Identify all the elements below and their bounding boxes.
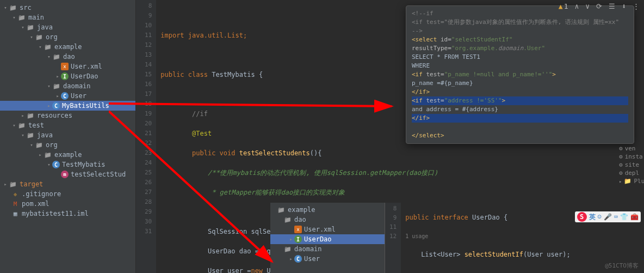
download-icon[interactable]: ⬇ xyxy=(622,2,626,10)
watermark: @51CTO博客 xyxy=(605,262,639,270)
tree-java[interactable]: ▾java xyxy=(0,22,135,32)
folder-icon xyxy=(52,82,61,90)
chevron-down-icon[interactable]: ▾ xyxy=(2,5,9,10)
mt-dao[interactable]: dao xyxy=(270,215,385,225)
tree-test[interactable]: ▾test xyxy=(0,120,135,130)
folder-icon xyxy=(35,141,44,149)
folder-icon xyxy=(9,180,17,188)
folder-icon xyxy=(26,131,35,139)
chevron-down-icon[interactable]: ▾ xyxy=(20,25,26,30)
chevron-right-icon[interactable]: ▸ xyxy=(288,236,294,242)
chevron-right-icon[interactable]: ▸ xyxy=(2,181,9,187)
ime-lang[interactable]: 英 xyxy=(589,213,596,222)
ime-emoji-icon[interactable]: ☺ xyxy=(598,213,602,221)
project-tree[interactable]: ▾src ▾main ▾java ▾org ▾example ▾dao xUse… xyxy=(0,0,136,273)
folder-icon xyxy=(26,23,35,31)
chevron-down-icon[interactable]: ▾ xyxy=(11,123,17,128)
tree-example2[interactable]: ▸example xyxy=(0,150,135,160)
mt-user[interactable]: ▸CUser xyxy=(270,254,385,264)
maven-panel-edge[interactable]: ⚙ven ⚙insta ⚙site ⚙depl ▸📁Plugins xyxy=(617,144,644,185)
folder-icon xyxy=(52,53,61,60)
ime-keyboard-icon[interactable]: ⌨ xyxy=(614,213,618,221)
gear-icon: ⚙ xyxy=(619,145,623,152)
tree-iml[interactable]: ▦mybatistest11.iml xyxy=(0,209,135,219)
mt-daomain[interactable]: daomain xyxy=(270,244,385,254)
tree-user[interactable]: ▸CUser xyxy=(0,91,135,101)
interface-icon: I xyxy=(61,72,69,80)
ime-toolbar[interactable]: S 英 ☺ 🎤 ⌨ 👕 🧰 xyxy=(575,211,641,222)
folder-icon xyxy=(26,112,35,119)
chevron-down-icon[interactable]: ▾ xyxy=(46,83,52,89)
chevron-down-icon[interactable]: ▾ xyxy=(46,54,52,59)
chevron-right-icon[interactable]: ▸ xyxy=(37,152,44,157)
tree-userxml[interactable]: xUser.xml xyxy=(0,62,135,71)
chevron-down-icon[interactable]: ▾ xyxy=(20,132,26,138)
tree-testselect[interactable]: mtestSelectStud xyxy=(0,169,135,179)
gitignore-icon xyxy=(11,190,20,198)
chevron-right-icon[interactable]: ▸ xyxy=(20,113,26,118)
tree-testmybatis[interactable]: ▾CTestMybatis xyxy=(0,160,135,169)
folder-icon xyxy=(283,245,292,253)
refresh-icon[interactable]: ⟳ xyxy=(596,2,602,10)
tree-dao[interactable]: ▾dao xyxy=(0,52,135,62)
tree-gitignore[interactable]: .gitignore xyxy=(0,189,135,199)
maven-icon: M xyxy=(11,200,20,208)
ime-skin-icon[interactable]: 👕 xyxy=(620,213,628,221)
mt-userxml[interactable]: xUser.xml xyxy=(270,225,385,234)
tree-org2[interactable]: ▾org xyxy=(0,140,135,150)
nav-icon[interactable]: ☰ xyxy=(609,2,615,10)
class-icon: C xyxy=(61,92,69,100)
tree-target[interactable]: ▸target xyxy=(0,179,135,189)
iml-icon: ▦ xyxy=(11,210,20,217)
mt-userdao[interactable]: ▸IUserDao xyxy=(270,234,385,244)
tree-mybatisutils[interactable]: ▸CMyBatisUtils xyxy=(0,101,135,111)
folder-icon xyxy=(9,4,17,11)
class-icon: C xyxy=(52,161,60,168)
tree-java2[interactable]: ▾java xyxy=(0,130,135,140)
class-icon: C xyxy=(52,102,60,110)
xml-quickview-popup[interactable]: <!--if <if test="使用参数java对象的属性值作为判断条件, 语… xyxy=(406,5,634,144)
nav-down-icon[interactable]: ∨ xyxy=(585,2,590,10)
tree-org[interactable]: ▾org xyxy=(0,32,135,42)
chevron-right-icon[interactable]: ▸ xyxy=(54,93,61,99)
mt-example[interactable]: example xyxy=(270,205,385,215)
tree-pom[interactable]: Mpom.xml xyxy=(0,199,135,209)
chevron-down-icon[interactable]: ▾ xyxy=(11,15,17,20)
tree-example[interactable]: ▾example xyxy=(0,42,135,52)
chevron-right-icon[interactable]: ▸ xyxy=(54,74,61,79)
ime-toolbox-icon[interactable]: 🧰 xyxy=(630,213,639,221)
folder-icon xyxy=(283,216,292,223)
chevron-right-icon[interactable]: ▸ xyxy=(288,256,294,262)
gear-icon: ⚙ xyxy=(619,161,623,168)
chevron-down-icon[interactable]: ▾ xyxy=(28,34,35,40)
folder-icon xyxy=(277,206,286,214)
tree-src[interactable]: ▾src xyxy=(0,3,135,13)
xml-file-icon: x xyxy=(294,226,302,233)
ime-logo-icon: S xyxy=(577,212,587,222)
class-icon: C xyxy=(294,255,302,263)
mini-code[interactable]: public interface UserDao { 1 usage List<… xyxy=(401,203,574,273)
nav-up-icon[interactable]: ∧ xyxy=(575,2,579,10)
method-icon: m xyxy=(61,171,69,178)
mini-gutter: 891112 xyxy=(385,203,401,273)
ime-mic-icon[interactable]: 🎤 xyxy=(604,213,612,221)
tree-resources[interactable]: ▸resources xyxy=(0,111,135,120)
chevron-down-icon[interactable]: ▾ xyxy=(46,162,52,167)
tree-main[interactable]: ▾main xyxy=(0,13,135,22)
tree-userdao[interactable]: ▸IUserDao xyxy=(0,71,135,81)
xml-file-icon: x xyxy=(61,63,69,70)
tree-daomain[interactable]: ▾daomain xyxy=(0,81,135,91)
folder-icon xyxy=(44,43,52,51)
folder-icon: 📁 xyxy=(624,178,631,185)
chevron-down-icon[interactable]: ▾ xyxy=(37,44,44,50)
chevron-down-icon[interactable]: ▾ xyxy=(28,142,35,148)
more-icon[interactable]: ⋮ xyxy=(633,2,640,10)
interface-icon: I xyxy=(294,235,302,243)
chevron-right-icon[interactable]: ▸ xyxy=(46,103,52,108)
gear-icon: ⚙ xyxy=(619,153,623,160)
gear-icon: ⚙ xyxy=(619,169,623,177)
structure-tree[interactable]: example dao xUser.xml ▸IUserDao daomain … xyxy=(270,203,385,273)
folder-icon xyxy=(44,151,52,159)
folder-icon xyxy=(17,14,26,21)
warnings-badge[interactable]: ▲1 xyxy=(559,2,568,10)
